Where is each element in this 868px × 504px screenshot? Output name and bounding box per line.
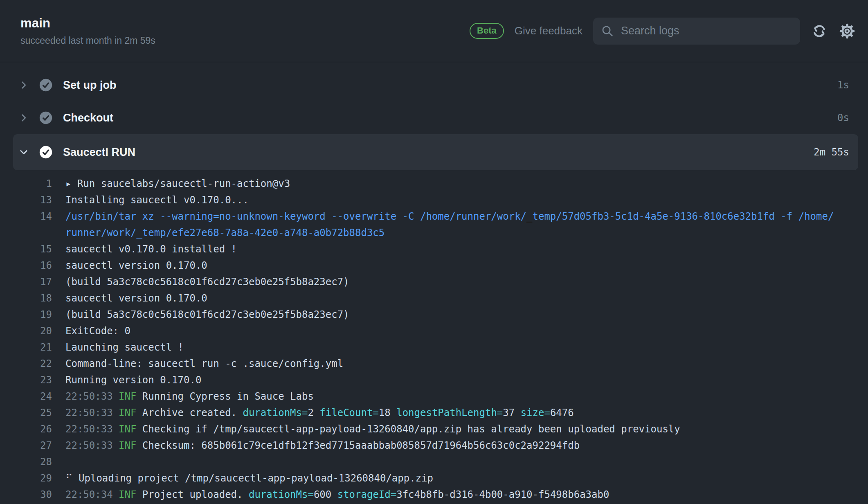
log-line-number[interactable]: 24 <box>0 388 52 405</box>
log-segment: Command-line: saucectl run -c .sauce/con… <box>65 358 343 369</box>
log-segment: ExitCode: 0 <box>65 325 130 337</box>
log-segment: 3fc4b8fb-d316-4b00-a910-f5498b6a3ab0 <box>396 489 609 500</box>
log-line-text: /usr/bin/tar xz --warning=no-unknown-key… <box>65 208 837 241</box>
chevron-right-icon <box>19 80 29 90</box>
log-segment: Archive created. <box>136 407 243 418</box>
log-segment: Project uploaded. <box>136 489 249 500</box>
log-line: 29⠋ Uploading project /tmp/saucectl-app-… <box>0 470 837 486</box>
log-line-number[interactable]: 22 <box>0 356 52 372</box>
step-duration: 1s <box>837 79 849 91</box>
step-label: Saucectl RUN <box>63 146 814 159</box>
log-line-number[interactable]: 16 <box>0 257 52 274</box>
workflow-log-viewer: main succeeded last month in 2m 59s Beta… <box>0 0 868 503</box>
log-segment: 18 <box>379 407 396 418</box>
log-line-number[interactable]: 19 <box>0 306 52 323</box>
job-status-summary: succeeded last month in 2m 59s <box>20 35 155 46</box>
log-line-text: 22:50:34 INF Project uploaded. durationM… <box>65 486 837 503</box>
log-segment: saucectl version 0.170.0 <box>65 292 207 304</box>
log-line-number[interactable]: 18 <box>0 290 52 306</box>
header-actions: Beta Give feedback <box>470 18 856 45</box>
log-line: 18saucectl version 0.170.0 <box>0 290 837 306</box>
log-segment: storageId= <box>337 489 397 500</box>
log-line-number[interactable]: 20 <box>0 323 52 339</box>
step-duration: 0s <box>837 112 849 124</box>
log-line-text: ▸ Run saucelabs/saucectl-run-action@v3 <box>65 176 837 192</box>
log-segment: /usr/bin/tar xz --warning=no-unknown-key… <box>65 211 834 239</box>
log-line-text: Command-line: saucectl run -c .sauce/con… <box>65 356 837 372</box>
log-line: 23Running version 0.170.0 <box>0 372 837 388</box>
log-line-text: Launching saucectl ! <box>65 339 837 356</box>
search-icon <box>601 25 614 37</box>
log-segment: 37 <box>503 407 520 418</box>
log-line-number[interactable]: 30 <box>0 486 52 503</box>
check-circle-icon <box>39 79 52 92</box>
log-line-text: saucectl version 0.170.0 <box>65 290 837 306</box>
job-summary: main succeeded last month in 2m 59s <box>20 16 155 46</box>
log-line: 19(build 5a3c78c0c5618c01f6cd27c3eb0e25f… <box>0 306 837 323</box>
log-segment: Installing saucectl v0.170.0... <box>65 194 249 206</box>
log-segment: INF <box>119 407 136 418</box>
log-line-text <box>65 454 837 470</box>
header: main succeeded last month in 2m 59s Beta… <box>0 0 868 62</box>
log-line: 2722:50:33 INF Checksum: 685b061c79ce1df… <box>0 437 837 454</box>
log-line-number[interactable]: 26 <box>0 421 52 437</box>
step-row-checkout[interactable]: Checkout 0s <box>13 101 858 134</box>
log-line-text: Running version 0.170.0 <box>65 372 837 388</box>
log-segment: saucectl v0.170.0 installed ! <box>65 243 237 255</box>
settings-button[interactable] <box>839 22 856 40</box>
search-box[interactable] <box>593 18 800 45</box>
step-duration: 2m 55s <box>814 146 849 158</box>
log-segment: 22:50:33 <box>65 391 119 402</box>
search-input[interactable] <box>620 24 792 38</box>
chevron-down-icon <box>19 147 29 157</box>
log-segment: Launching saucectl ! <box>65 342 184 353</box>
steps-list: Set up job 1s Checkout 0s <box>0 62 868 170</box>
log-lines: 1▸ Run saucelabs/saucectl-run-action@v31… <box>0 170 868 503</box>
log-line-number[interactable]: 1 <box>0 176 52 192</box>
log-segment: 22:50:33 <box>65 407 119 418</box>
log-line: 14/usr/bin/tar xz --warning=no-unknown-k… <box>0 208 837 241</box>
log-line-number[interactable]: 15 <box>0 241 52 257</box>
refresh-button[interactable] <box>811 22 828 40</box>
log-line: 22Command-line: saucectl run -c .sauce/c… <box>0 356 837 372</box>
step-row-set-up-job[interactable]: Set up job 1s <box>13 69 858 101</box>
log-line-text: Installing saucectl v0.170.0... <box>65 192 837 208</box>
page-title: main <box>20 16 155 31</box>
check-circle-icon <box>39 111 52 124</box>
log-segment: INF <box>119 489 136 500</box>
log-line-number[interactable]: 14 <box>0 208 52 241</box>
log-line-number[interactable]: 28 <box>0 454 52 470</box>
log-segment: 600 <box>314 489 337 500</box>
step-label: Checkout <box>63 112 837 124</box>
gear-icon <box>839 23 855 39</box>
log-segment: (build 5a3c78c0c5618c01f6cd27c3eb0e25f5b… <box>65 276 349 288</box>
log-segment: size= <box>521 407 550 418</box>
log-line-number[interactable]: 23 <box>0 372 52 388</box>
log-segment: INF <box>119 423 136 435</box>
log-segment: Running Cypress in Sauce Labs <box>136 391 313 402</box>
log-line-number[interactable]: 17 <box>0 274 52 290</box>
log-line: 28 <box>0 454 837 470</box>
log-segment: 6476 <box>550 407 574 418</box>
log-segment: 22:50:33 <box>65 423 119 435</box>
sync-icon <box>811 23 828 39</box>
log-line: 2422:50:33 INF Running Cypress in Sauce … <box>0 388 837 405</box>
log-line-text: 22:50:33 INF Checksum: 685b061c79ce1dfb1… <box>65 437 837 454</box>
log-segment: longestPathLength= <box>396 407 503 418</box>
log-segment: Checksum: 685b061c79ce1dfb12f3ed7715aaab… <box>136 440 580 451</box>
log-line-number[interactable]: 21 <box>0 339 52 356</box>
log-line: 15saucectl v0.170.0 installed ! <box>0 241 837 257</box>
log-line-text: 22:50:33 INF Archive created. durationMs… <box>65 405 837 421</box>
log-line-number[interactable]: 13 <box>0 192 52 208</box>
step-row-saucectl-run[interactable]: Saucectl RUN 2m 55s <box>13 134 858 170</box>
log-group-toggle-icon[interactable]: ▸ <box>65 178 77 189</box>
log-line-number[interactable]: 27 <box>0 437 52 454</box>
log-segment: saucectl version 0.170.0 <box>65 260 207 271</box>
log-line-text: 22:50:33 INF Running Cypress in Sauce La… <box>65 388 837 405</box>
log-line: 20ExitCode: 0 <box>0 323 837 339</box>
log-line-number[interactable]: 29 <box>0 470 52 486</box>
log-segment: 22:50:34 <box>65 489 119 500</box>
log-line-text: saucectl version 0.170.0 <box>65 257 837 274</box>
log-line-number[interactable]: 25 <box>0 405 52 421</box>
give-feedback-link[interactable]: Give feedback <box>515 25 582 37</box>
